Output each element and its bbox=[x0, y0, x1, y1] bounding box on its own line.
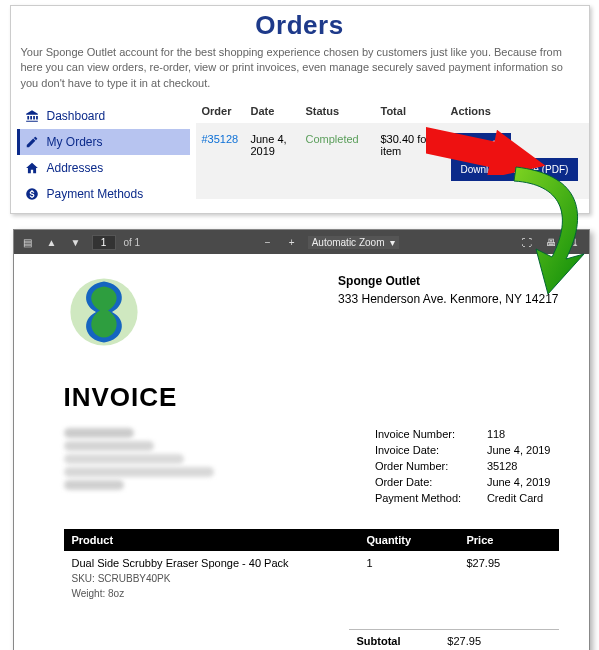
zoom-out-icon[interactable]: − bbox=[260, 234, 276, 250]
customer-address-redacted bbox=[64, 425, 234, 507]
edit-icon bbox=[25, 135, 39, 149]
red-arrow-annotation bbox=[426, 115, 556, 175]
company-logo bbox=[64, 272, 144, 352]
sidebar-item-dashboard[interactable]: Dashboard bbox=[17, 103, 190, 129]
zoom-in-icon[interactable]: + bbox=[284, 234, 300, 250]
page-description: Your Sponge Outlet account for the best … bbox=[11, 41, 589, 99]
line-item-row: Dual Side Scrubby Eraser Sponge - 40 Pac… bbox=[64, 551, 559, 601]
sidebar-item-my-orders[interactable]: My Orders bbox=[17, 129, 190, 155]
page-count: of 1 bbox=[124, 237, 141, 248]
company-block: Sponge Outlet 333 Henderson Ave. Kenmore… bbox=[338, 272, 558, 308]
company-address: 333 Henderson Ave. Kenmore, NY 14217 bbox=[338, 290, 558, 308]
order-status: Completed bbox=[306, 133, 359, 145]
home-icon bbox=[25, 161, 39, 175]
invoice-title: INVOICE bbox=[64, 382, 559, 413]
dollar-icon bbox=[25, 187, 39, 201]
orders-panel: Orders Your Sponge Outlet account for th… bbox=[10, 5, 590, 214]
sidebar-toggle-icon[interactable]: ▤ bbox=[20, 234, 36, 250]
page-title: Orders bbox=[11, 10, 589, 41]
invoice-document: Sponge Outlet 333 Henderson Ave. Kenmore… bbox=[14, 254, 589, 650]
invoice-meta: Invoice Number:118 Invoice Date:June 4, … bbox=[373, 425, 559, 507]
item-price: $27.95 bbox=[459, 551, 559, 601]
orders-table: Order Date Status Total Actions #35128 J… bbox=[196, 99, 589, 213]
page-input[interactable] bbox=[92, 235, 116, 250]
th-quantity: Quantity bbox=[359, 529, 459, 551]
th-product: Product bbox=[64, 529, 359, 551]
pdf-toolbar: ▤ ▲ ▼ of 1 − + Automatic Zoom ▾ ⛶ 🖶 ⤓ bbox=[14, 230, 589, 254]
page-down-icon[interactable]: ▼ bbox=[68, 234, 84, 250]
th-price: Price bbox=[459, 529, 559, 551]
order-row: #35128 June 4, 2019 Completed $30.40 for… bbox=[196, 123, 589, 199]
page-up-icon[interactable]: ▲ bbox=[44, 234, 60, 250]
totals-table: Subtotal$27.95 ShippingFree shipping Tax… bbox=[349, 629, 559, 650]
sidebar-label: Addresses bbox=[47, 161, 104, 175]
item-name: Dual Side Scrubby Eraser Sponge - 40 Pac… bbox=[72, 557, 351, 569]
orders-header: Orders bbox=[11, 6, 589, 41]
print-icon[interactable]: 🖶 bbox=[543, 234, 559, 250]
sidebar-label: Payment Methods bbox=[47, 187, 144, 201]
pdf-viewer: ▤ ▲ ▼ of 1 − + Automatic Zoom ▾ ⛶ 🖶 ⤓ bbox=[13, 229, 590, 650]
line-items-table: Product Quantity Price Dual Side Scrubby… bbox=[64, 529, 559, 601]
sidebar-item-addresses[interactable]: Addresses bbox=[17, 155, 190, 181]
sidebar-label: Dashboard bbox=[47, 109, 106, 123]
bank-icon bbox=[25, 109, 39, 123]
account-sidebar: Dashboard My Orders Addresses Payment Me… bbox=[11, 99, 196, 213]
order-date: June 4, 2019 bbox=[251, 133, 306, 181]
sidebar-label: My Orders bbox=[47, 135, 103, 149]
svg-marker-0 bbox=[426, 115, 551, 175]
download-icon[interactable]: ⤓ bbox=[567, 234, 583, 250]
col-date: Date bbox=[251, 105, 306, 117]
sidebar-item-payment-methods[interactable]: Payment Methods bbox=[17, 181, 190, 207]
zoom-select[interactable]: Automatic Zoom ▾ bbox=[308, 236, 399, 249]
company-name: Sponge Outlet bbox=[338, 272, 558, 290]
item-qty: 1 bbox=[359, 551, 459, 601]
order-number-link[interactable]: #35128 bbox=[202, 133, 239, 145]
col-status: Status bbox=[306, 105, 381, 117]
col-order: Order bbox=[196, 105, 251, 117]
fullscreen-icon[interactable]: ⛶ bbox=[519, 234, 535, 250]
